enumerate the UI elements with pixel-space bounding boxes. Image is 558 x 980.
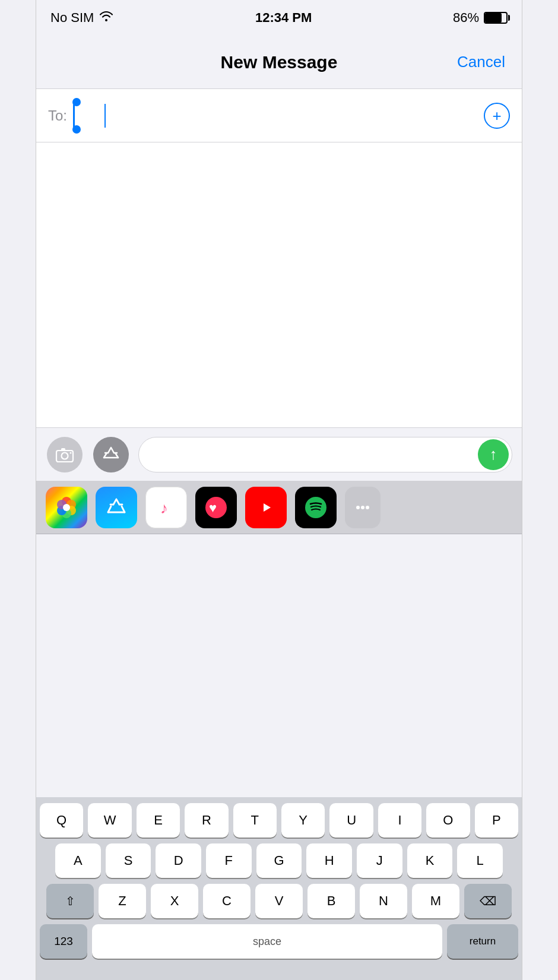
- page-title: New Message: [221, 52, 338, 72]
- status-right: 86%: [453, 10, 508, 26]
- key-e[interactable]: E: [137, 803, 180, 838]
- svg-point-16: [305, 497, 326, 518]
- key-i[interactable]: I: [378, 803, 421, 838]
- svg-point-18: [361, 506, 364, 509]
- to-label: To:: [48, 107, 67, 124]
- key-l[interactable]: L: [457, 843, 503, 878]
- nav-bar: New Message Cancel: [36, 36, 522, 89]
- status-bar: No SIM 12:34 PM 86%: [36, 0, 522, 36]
- key-n[interactable]: N: [360, 884, 407, 918]
- key-d[interactable]: D: [156, 843, 201, 878]
- key-x[interactable]: X: [151, 884, 198, 918]
- svg-point-17: [356, 506, 360, 509]
- keyboard: Q W E R T Y U I O P A S D F G H J K L ⇧ …: [36, 797, 522, 980]
- send-button[interactable]: ↑: [478, 439, 509, 470]
- key-w[interactable]: W: [88, 803, 131, 838]
- key-delete[interactable]: ⌫: [464, 884, 512, 918]
- key-a[interactable]: A: [55, 843, 101, 878]
- cancel-button[interactable]: Cancel: [457, 53, 505, 71]
- battery-percentage: 86%: [453, 10, 479, 26]
- key-p[interactable]: P: [475, 803, 518, 838]
- key-space[interactable]: space: [92, 924, 442, 959]
- to-field[interactable]: To: +: [36, 89, 522, 142]
- svg-text:♪: ♪: [160, 499, 168, 517]
- key-m[interactable]: M: [412, 884, 459, 918]
- imessage-apps-row: ♪ ♥: [36, 481, 522, 534]
- svg-text:♥: ♥: [209, 500, 217, 515]
- keyboard-row-3: ⇧ Z X C V B N M ⌫: [40, 884, 518, 918]
- to-input-area[interactable]: [73, 103, 484, 129]
- message-toolbar: ↑: [36, 427, 522, 481]
- svg-point-19: [366, 506, 369, 509]
- send-icon: ↑: [490, 445, 497, 464]
- keyboard-row-1: Q W E R T Y U I O P: [40, 803, 518, 838]
- key-y[interactable]: Y: [281, 803, 325, 838]
- message-input[interactable]: ↑: [138, 437, 512, 472]
- camera-icon: [47, 437, 83, 472]
- text-cursor: [73, 104, 75, 128]
- plus-icon: +: [492, 108, 501, 123]
- selection-handle-bottom: [72, 125, 81, 134]
- app-icon-music[interactable]: ♪: [145, 487, 187, 528]
- key-j[interactable]: J: [357, 843, 402, 878]
- battery-icon: [484, 12, 508, 24]
- key-v[interactable]: V: [255, 884, 303, 918]
- key-k[interactable]: K: [407, 843, 453, 878]
- key-shift[interactable]: ⇧: [46, 884, 94, 918]
- app-icon-photos[interactable]: [46, 487, 87, 528]
- key-t[interactable]: T: [233, 803, 277, 838]
- status-time: 12:34 PM: [255, 10, 312, 26]
- key-s[interactable]: S: [106, 843, 151, 878]
- appstore-button[interactable]: [92, 436, 130, 474]
- app-icon-heart[interactable]: ♥: [195, 487, 237, 528]
- carrier-label: No SIM: [50, 10, 94, 26]
- status-left: No SIM: [50, 10, 114, 26]
- key-h[interactable]: H: [306, 843, 352, 878]
- app-icon-more[interactable]: [345, 487, 381, 528]
- camera-button[interactable]: [46, 436, 84, 474]
- key-q[interactable]: Q: [40, 803, 83, 838]
- key-b[interactable]: B: [307, 884, 355, 918]
- selection-handle-top: [72, 98, 81, 106]
- key-c[interactable]: C: [203, 884, 251, 918]
- app-icon-spotify[interactable]: [295, 487, 337, 528]
- app-icon-appstore[interactable]: [96, 487, 137, 528]
- key-return[interactable]: return: [447, 924, 518, 959]
- svg-rect-2: [61, 448, 65, 451]
- wifi-icon: [99, 10, 114, 26]
- keyboard-row-4: 123 space return: [40, 924, 518, 959]
- key-z[interactable]: Z: [99, 884, 146, 918]
- svg-point-3: [70, 452, 72, 453]
- key-g[interactable]: G: [256, 843, 302, 878]
- svg-point-1: [62, 452, 68, 459]
- key-numbers[interactable]: 123: [40, 924, 87, 959]
- message-area: [36, 142, 522, 427]
- phone-frame: No SIM 12:34 PM 86% New Message Cancel T…: [36, 0, 522, 980]
- keyboard-row-2: A S D F G H J K L: [40, 843, 518, 878]
- key-o[interactable]: O: [426, 803, 470, 838]
- key-r[interactable]: R: [185, 803, 228, 838]
- cursor-line: [104, 104, 106, 128]
- key-u[interactable]: U: [329, 803, 373, 838]
- svg-point-10: [63, 504, 70, 511]
- add-contact-button[interactable]: +: [484, 103, 510, 129]
- app-icon-youtube[interactable]: [245, 487, 287, 528]
- appstore-icon: [93, 437, 129, 472]
- key-f[interactable]: F: [206, 843, 252, 878]
